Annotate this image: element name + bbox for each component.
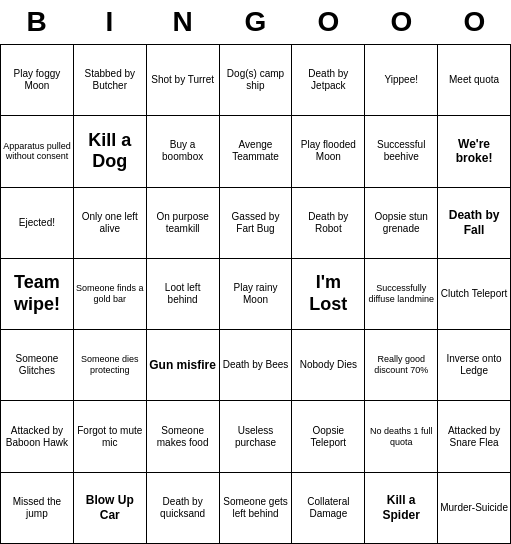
grid-cell: Dog(s) camp ship	[220, 45, 293, 116]
grid-cell: Death by Robot	[292, 188, 365, 259]
grid-cell: Someone Glitches	[1, 330, 74, 401]
bingo-header: BINGOOO	[0, 0, 511, 44]
grid-cell: Attacked by Snare Flea	[438, 401, 511, 472]
grid-cell: Clutch Teleport	[438, 259, 511, 330]
grid-cell: Missed the jump	[1, 473, 74, 544]
header-letter: O	[365, 6, 438, 38]
grid-cell: Oopsie Teleport	[292, 401, 365, 472]
grid-cell: Kill a Dog	[74, 116, 147, 187]
grid-cell: No deaths 1 full quota	[365, 401, 438, 472]
grid-cell: Play foggy Moon	[1, 45, 74, 116]
header-letter: N	[146, 6, 219, 38]
grid-cell: Someone dies protecting	[74, 330, 147, 401]
grid-cell: Only one left alive	[74, 188, 147, 259]
grid-cell: Murder-Suicide	[438, 473, 511, 544]
grid-cell: I'm Lost	[292, 259, 365, 330]
grid-cell: Someone makes food	[147, 401, 220, 472]
grid-cell: Kill a Spider	[365, 473, 438, 544]
header-letter: G	[219, 6, 292, 38]
grid-cell: Successfully diffuse landmine	[365, 259, 438, 330]
grid-cell: Death by Bees	[220, 330, 293, 401]
grid-cell: Play flooded Moon	[292, 116, 365, 187]
grid-cell: Inverse onto Ledge	[438, 330, 511, 401]
grid-cell: We're broke!	[438, 116, 511, 187]
grid-cell: Forgot to mute mic	[74, 401, 147, 472]
grid-cell: Shot by Turret	[147, 45, 220, 116]
grid-cell: Meet quota	[438, 45, 511, 116]
grid-cell: Buy a boombox	[147, 116, 220, 187]
grid-cell: Collateral Damage	[292, 473, 365, 544]
grid-cell: Nobody Dies	[292, 330, 365, 401]
grid-cell: Attacked by Baboon Hawk	[1, 401, 74, 472]
grid-cell: Avenge Teammate	[220, 116, 293, 187]
grid-cell: Death by Fall	[438, 188, 511, 259]
grid-cell: On purpose teamkill	[147, 188, 220, 259]
grid-cell: Gassed by Fart Bug	[220, 188, 293, 259]
grid-cell: Ejected!	[1, 188, 74, 259]
grid-cell: Someone gets left behind	[220, 473, 293, 544]
grid-cell: Play rainy Moon	[220, 259, 293, 330]
grid-cell: Team wipe!	[1, 259, 74, 330]
header-letter: O	[292, 6, 365, 38]
grid-cell: Successful beehive	[365, 116, 438, 187]
grid-cell: Death by quicksand	[147, 473, 220, 544]
header-letter: I	[73, 6, 146, 38]
grid-cell: Death by Jetpack	[292, 45, 365, 116]
grid-cell: Blow Up Car	[74, 473, 147, 544]
header-letter: O	[438, 6, 511, 38]
header-letter: B	[0, 6, 73, 38]
grid-cell: Apparatus pulled without consent	[1, 116, 74, 187]
grid-cell: Someone finds a gold bar	[74, 259, 147, 330]
grid-cell: Useless purchase	[220, 401, 293, 472]
grid-cell: Loot left behind	[147, 259, 220, 330]
grid-cell: Yippee!	[365, 45, 438, 116]
bingo-grid: Play foggy MoonStabbed by ButcherShot by…	[0, 44, 511, 544]
grid-cell: Stabbed by Butcher	[74, 45, 147, 116]
grid-cell: Really good discount 70%	[365, 330, 438, 401]
bingo-card: BINGOOO Play foggy MoonStabbed by Butche…	[0, 0, 511, 544]
grid-cell: Oopsie stun grenade	[365, 188, 438, 259]
grid-cell: Gun misfire	[147, 330, 220, 401]
